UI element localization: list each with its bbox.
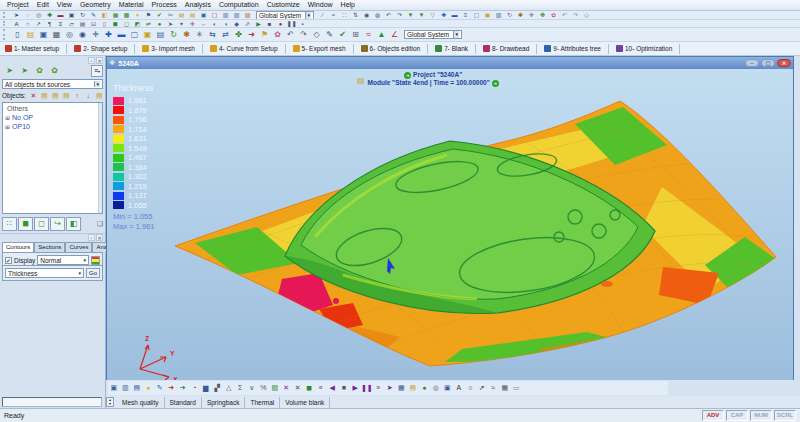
delete-object-icon[interactable]: ✕: [28, 92, 39, 100]
undo2-icon[interactable]: ↶: [559, 11, 570, 19]
menu-item[interactable]: Material: [115, 0, 148, 10]
monitor2-icon[interactable]: ▥: [231, 11, 242, 19]
check2-icon[interactable]: ✔: [336, 29, 349, 41]
ghost-icon[interactable]: ◍: [430, 382, 442, 394]
fit-view-icon[interactable]: ▣: [66, 11, 77, 19]
wire-icon[interactable]: ◻: [121, 20, 132, 28]
minimize-button[interactable]: –: [745, 59, 759, 67]
prev-frame-icon[interactable]: ◀: [327, 382, 339, 394]
sync-views-icon[interactable]: ⇄: [143, 20, 154, 28]
surface-icon[interactable]: ▩: [121, 11, 132, 19]
rect-fill-icon[interactable]: ▣: [482, 11, 493, 19]
menu-item[interactable]: Edit: [33, 0, 53, 10]
menu-item[interactable]: View: [53, 0, 76, 10]
save-project-icon[interactable]: ▣: [37, 29, 50, 41]
move-down-icon[interactable]: ↓: [83, 92, 94, 100]
normal-icon[interactable]: ⇅: [350, 11, 361, 19]
objects-menu-button[interactable]: ≡▾: [91, 65, 103, 77]
swap2-icon[interactable]: ⇄: [219, 29, 232, 41]
gear-icon[interactable]: ✳: [193, 29, 206, 41]
pen3-icon[interactable]: ✎: [154, 382, 166, 394]
open-project-icon[interactable]: ▤: [24, 29, 37, 41]
next-project-icon[interactable]: ➜: [404, 72, 411, 79]
comment-icon[interactable]: ❏: [97, 220, 103, 228]
circle2-icon[interactable]: ○: [465, 382, 477, 394]
folder-new-icon[interactable]: ▤: [61, 92, 72, 100]
leaf2-icon[interactable]: ➤: [17, 65, 32, 77]
grid2-icon[interactable]: ▦: [499, 382, 511, 394]
snap-icon[interactable]: ✦: [176, 20, 187, 28]
select-icon[interactable]: ➤: [11, 11, 22, 19]
section-icon[interactable]: ▞: [212, 382, 224, 394]
tab-scroll-spinner[interactable]: ▴ ▾: [106, 397, 114, 407]
pen2-icon[interactable]: ✎: [323, 29, 336, 41]
down-arrow2-icon[interactable]: ▼: [416, 11, 427, 19]
circle-icon[interactable]: ○: [22, 20, 33, 28]
pen-icon[interactable]: ✎: [88, 11, 99, 19]
axis-icon[interactable]: ✛: [187, 20, 198, 28]
zoom-prev-icon[interactable]: ◎: [63, 29, 76, 41]
menu-item[interactable]: Computation: [215, 0, 263, 10]
next-state-icon[interactable]: ➜: [492, 80, 499, 87]
layout1-icon[interactable]: ▣: [108, 382, 120, 394]
histogram-icon[interactable]: ▆: [200, 382, 212, 394]
check-icon[interactable]: ✔: [154, 11, 165, 19]
mesh-icon[interactable]: ▦: [110, 11, 121, 19]
list-icon[interactable]: ≡: [55, 20, 66, 28]
toolbar-grip[interactable]: [3, 21, 8, 27]
move-up-icon[interactable]: ↑: [72, 92, 83, 100]
display-mode-select[interactable]: Normal ▾: [37, 255, 89, 265]
stop-anim-icon[interactable]: ■: [338, 382, 350, 394]
contour-icon[interactable]: ▧: [269, 382, 281, 394]
swap-icon[interactable]: ⇆: [206, 29, 219, 41]
menu-item[interactable]: Geometry: [76, 0, 115, 10]
cross-icon[interactable]: ✕: [281, 382, 293, 394]
tri-icon[interactable]: ▲: [375, 29, 388, 41]
frog2-icon[interactable]: ✿: [47, 65, 62, 77]
folder-icon[interactable]: ▤: [94, 92, 105, 100]
folder-in-icon[interactable]: ▤: [39, 92, 50, 100]
undo3-icon[interactable]: ↶: [284, 29, 297, 41]
setup-button[interactable]: 2- Shape setup: [69, 43, 132, 55]
iso-icon[interactable]: △: [223, 382, 235, 394]
setup-button[interactable]: 7- Blank: [430, 43, 473, 55]
layout2-icon[interactable]: ▥: [120, 382, 132, 394]
sphere-result-icon[interactable]: ●: [419, 382, 431, 394]
text2-icon[interactable]: A: [453, 382, 465, 394]
pointer2-icon[interactable]: ➤: [165, 20, 176, 28]
contour-field-select[interactable]: Thickness ▾: [5, 268, 84, 278]
record-icon[interactable]: ●: [275, 20, 286, 28]
text-icon[interactable]: A: [11, 20, 22, 28]
rotate-view-icon[interactable]: ↻: [77, 11, 88, 19]
beads-icon[interactable]: ✿: [271, 29, 284, 41]
outline-display-icon[interactable]: ◻: [34, 217, 49, 231]
cube-icon[interactable]: ◇: [581, 11, 592, 19]
curve-icon[interactable]: ≈: [362, 29, 375, 41]
menu-item[interactable]: Window: [304, 0, 337, 10]
half-sphere-icon[interactable]: ◐: [209, 20, 220, 28]
tree-expander-icon[interactable]: ⊞: [5, 123, 10, 130]
cube2-icon[interactable]: ◇: [310, 29, 323, 41]
analysis-tab[interactable]: Sections: [34, 242, 65, 252]
go-button[interactable]: Go: [86, 268, 100, 278]
lasso-icon[interactable]: ◌: [22, 11, 33, 19]
palette-icon[interactable]: ▨: [242, 11, 253, 19]
dock-panel-icon[interactable]: ▫: [88, 57, 95, 64]
new-icon[interactable]: ▯: [11, 29, 24, 41]
blue-minus-icon[interactable]: ▬: [449, 11, 460, 19]
quality-tab[interactable]: Standard: [165, 397, 202, 408]
toolbar-grip[interactable]: [3, 29, 8, 39]
setup-button[interactable]: 4- Curve from Setup: [205, 43, 283, 55]
menu-item[interactable]: Customize: [263, 0, 304, 10]
save-icon[interactable]: ▣: [198, 11, 209, 19]
loop-icon[interactable]: ↻: [504, 11, 515, 19]
tree-item[interactable]: ⊞ OP10: [5, 122, 102, 131]
pause-anim-icon[interactable]: ❚❚: [361, 382, 373, 394]
folder-icon[interactable]: ▤: [357, 76, 365, 85]
filled-display-icon[interactable]: ◼: [18, 217, 33, 231]
tree-icon[interactable]: ⊞: [349, 29, 362, 41]
dock-panel-icon[interactable]: ▫: [88, 234, 95, 241]
cut-icon[interactable]: ✂: [165, 11, 176, 19]
redo2-icon[interactable]: ↷: [570, 11, 581, 19]
sphere-icon[interactable]: ●: [154, 20, 165, 28]
